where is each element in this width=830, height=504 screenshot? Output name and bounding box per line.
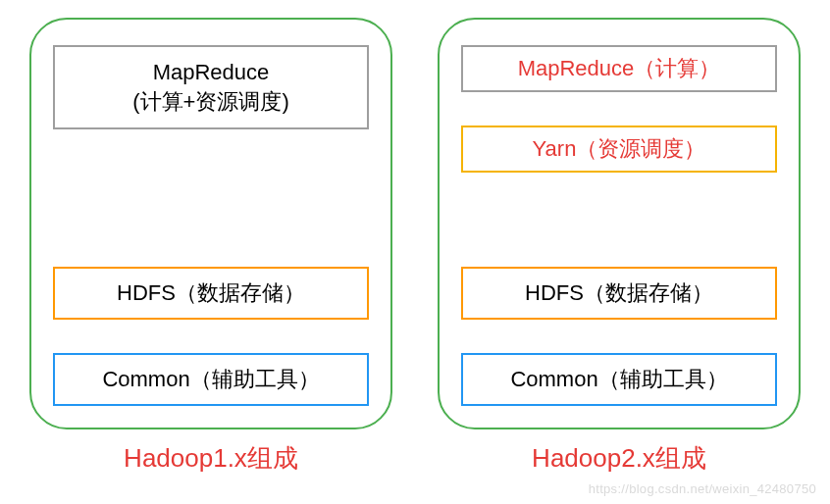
hadoop2-hdfs-block: HDFS（数据存储） — [461, 267, 777, 320]
hadoop2-hdfs-label: HDFS（数据存储） — [525, 278, 713, 308]
hadoop1-common-block: Common（辅助工具） — [53, 353, 369, 406]
hadoop1-mapreduce-block: MapReduce (计算+资源调度) — [53, 45, 369, 129]
captions-row: Hadoop1.x组成 Hadoop2.x组成 — [29, 429, 801, 476]
hadoop2-common-block: Common（辅助工具） — [461, 353, 777, 406]
watermark-text: https://blog.csdn.net/weixin_42480750 — [589, 481, 816, 496]
hadoop2-mapreduce-label: MapReduce（计算） — [518, 54, 721, 83]
hadoop1-hdfs-block: HDFS（数据存储） — [53, 267, 369, 320]
hadoop1-hdfs-label: HDFS（数据存储） — [117, 278, 305, 308]
diagram-row: MapReduce (计算+资源调度) HDFS（数据存储） Common（辅助… — [29, 18, 801, 429]
hadoop2-mapreduce-block: MapReduce（计算） — [461, 45, 777, 92]
hadoop2-spacer — [461, 173, 777, 267]
hadoop1-panel: MapReduce (计算+资源调度) HDFS（数据存储） Common（辅助… — [29, 18, 392, 429]
hadoop1-caption: Hadoop1.x组成 — [29, 441, 392, 476]
hadoop1-common-label: Common（辅助工具） — [102, 365, 319, 394]
hadoop2-caption: Hadoop2.x组成 — [438, 441, 801, 476]
hadoop1-mapreduce-sub: (计算+资源调度) — [132, 87, 289, 117]
hadoop1-mapreduce-title: MapReduce — [153, 58, 270, 87]
hadoop2-yarn-block: Yarn（资源调度） — [461, 126, 777, 173]
hadoop2-panel: MapReduce（计算） Yarn（资源调度） HDFS（数据存储） Comm… — [438, 18, 801, 429]
hadoop1-spacer — [53, 129, 369, 259]
hadoop2-common-label: Common（辅助工具） — [510, 365, 727, 394]
hadoop2-yarn-label: Yarn（资源调度） — [533, 134, 706, 164]
